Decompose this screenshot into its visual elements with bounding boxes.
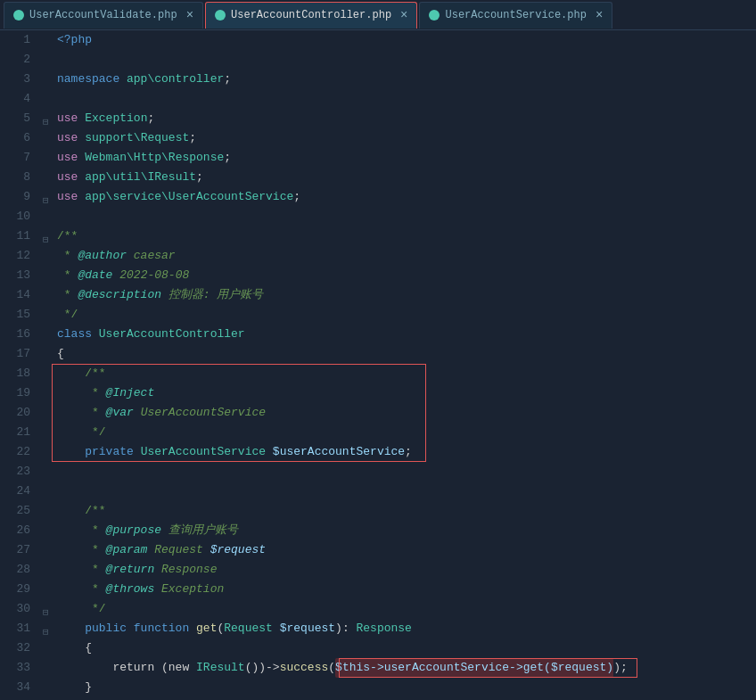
code-line-33: return (new IResult())->success($this->u… — [43, 658, 756, 678]
line-number-11: 11 — [0, 226, 30, 246]
code-line-9: ⊟use app\service\UserAccountService; — [43, 187, 756, 207]
code-line-18: /** — [43, 364, 756, 383]
token: @Inject — [106, 383, 155, 403]
token: ())-> — [245, 658, 280, 678]
code-line-25: /** — [43, 501, 756, 521]
code-line-21: */ — [43, 423, 756, 442]
token: /** — [57, 501, 106, 521]
line-number-33: 33 — [0, 658, 30, 678]
line-number-22: 22 — [0, 442, 30, 462]
token: { — [57, 344, 64, 364]
code-line-13: * @date 2022-08-08 — [43, 266, 756, 285]
token: use — [57, 128, 85, 148]
code-line-19: * @Inject — [43, 383, 756, 403]
token: ; — [196, 168, 203, 187]
line-number-20: 20 — [0, 403, 30, 423]
tab-close-controller[interactable]: × — [400, 9, 407, 21]
code-line-17: { — [43, 344, 756, 364]
token: @var — [106, 403, 134, 423]
line-number-5: 5 — [0, 109, 30, 128]
token: @param — [106, 540, 148, 560]
line-number-10: 10 — [0, 207, 30, 226]
line-number-32: 32 — [0, 638, 30, 658]
token: use — [57, 187, 85, 207]
line-number-9: 9 — [0, 187, 30, 207]
token: @throws — [106, 580, 155, 599]
code-line-12: * @author caesar — [43, 246, 756, 266]
editor-container: UserAccountValidate.php × UserAccountCon… — [0, 0, 756, 697]
code-line-4 — [43, 89, 756, 109]
fold-spacer-14 — [43, 289, 55, 301]
token: ( — [328, 658, 335, 678]
code-line-28: * @return Response — [43, 560, 756, 580]
fold-icon-9[interactable]: ⊟ — [43, 191, 55, 203]
code-line-26: * @purpose 查询用户账号 — [43, 521, 756, 540]
fold-icon-11[interactable]: ⊟ — [43, 230, 55, 243]
fold-spacer-23 — [43, 465, 55, 478]
token: app\controller — [127, 70, 224, 89]
token: @return — [106, 560, 155, 580]
code-line-29: * @throws Exception — [43, 580, 756, 599]
fold-spacer-34 — [43, 681, 55, 694]
code-line-8: use app\util\IResult; — [43, 168, 756, 187]
fold-spacer-7 — [43, 152, 55, 164]
code-line-15: */ — [43, 305, 756, 325]
token: ; — [147, 109, 154, 128]
fold-spacer-27 — [43, 544, 55, 556]
token: 控制器: 用户账号 — [161, 285, 263, 305]
tab-useraccount-controller[interactable]: UserAccountController.php × — [205, 2, 417, 29]
token: * — [57, 266, 78, 285]
token: 查询用户账号 — [161, 521, 238, 540]
fold-spacer-2 — [43, 54, 55, 66]
token: use — [57, 109, 85, 128]
fold-icon-31[interactable]: ⊟ — [43, 622, 55, 635]
fold-icon-30[interactable]: ⊟ — [43, 603, 55, 615]
editor-wrapper: 1234567891011121314151617181920212223242… — [0, 30, 756, 697]
fold-spacer-21 — [43, 426, 55, 439]
code-line-10 — [43, 207, 756, 226]
token: ; — [405, 442, 412, 462]
token: return (new — [57, 658, 196, 678]
fold-spacer-26 — [43, 524, 55, 537]
tab-close-validate[interactable]: × — [186, 9, 193, 21]
line-number-4: 4 — [0, 89, 30, 109]
token: ); — [613, 658, 628, 678]
line-number-17: 17 — [0, 344, 30, 364]
tab-close-service[interactable]: × — [596, 9, 603, 21]
token: @date — [78, 266, 112, 285]
token: * — [57, 285, 78, 305]
token: * — [57, 383, 106, 403]
tab-useraccount-validate[interactable]: UserAccountValidate.php × — [4, 2, 203, 29]
line-number-21: 21 — [0, 423, 30, 442]
fold-spacer-4 — [43, 93, 55, 105]
php-icon-3 — [429, 10, 440, 21]
code-line-1: <?php — [43, 30, 756, 50]
line-number-34: 34 — [0, 678, 30, 697]
token: ; — [224, 148, 231, 168]
tab-bar: UserAccountValidate.php × UserAccountCon… — [0, 0, 756, 30]
code-line-7: use Webman\Http\Response; — [43, 148, 756, 168]
fold-icon-5[interactable]: ⊟ — [43, 112, 55, 125]
code-line-24 — [43, 482, 756, 501]
fold-spacer-18 — [43, 367, 55, 380]
token: $this->userAccountService->get($request) — [335, 658, 613, 678]
tab-useraccount-service[interactable]: UserAccountService.php × — [419, 2, 612, 29]
token: Exception — [85, 109, 147, 128]
line-number-30: 30 — [0, 599, 30, 619]
line-number-19: 19 — [0, 383, 30, 403]
token: ; — [189, 128, 196, 148]
token: * — [57, 246, 78, 266]
token: @description — [78, 285, 161, 305]
fold-spacer-33 — [43, 662, 55, 674]
fold-spacer-19 — [43, 387, 55, 399]
fold-spacer-13 — [43, 269, 55, 282]
token: * — [57, 560, 106, 580]
fold-spacer-25 — [43, 505, 55, 517]
token: namespace — [57, 70, 127, 89]
code-area[interactable]: <?php namespace app\controller; ⊟use Exc… — [36, 30, 756, 697]
line-number-13: 13 — [0, 266, 30, 285]
token: } — [57, 678, 92, 697]
fold-spacer-16 — [43, 328, 55, 341]
token: Response — [154, 560, 217, 580]
code-line-6: use support\Request; — [43, 128, 756, 148]
